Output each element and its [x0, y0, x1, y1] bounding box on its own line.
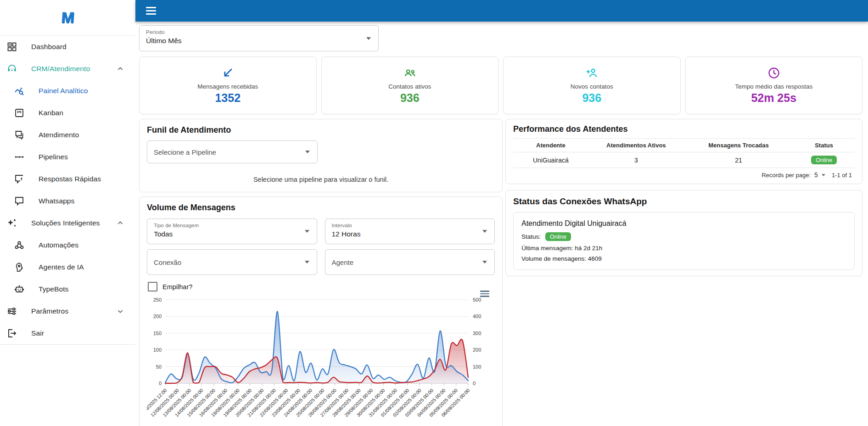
sidebar-item-kanban[interactable]: Kanban [0, 102, 135, 124]
svg-text:200: 200 [153, 314, 162, 319]
period-select[interactable]: Período Último Mês [139, 25, 379, 51]
tipo-mensagem-select[interactable]: Tipo de Mensagem Todas [147, 219, 317, 244]
sidebar-item-label: Pipelines [39, 153, 68, 161]
sidebar-item-label: Soluções Inteligentes [31, 219, 100, 227]
volume-chart: 050100150200250010020030040050011/08/202… [147, 292, 495, 426]
analytics-search-icon [14, 85, 25, 96]
sidebar-item-label: Whatsapps [39, 197, 74, 205]
records-per-page-value[interactable]: 5 [814, 171, 818, 179]
performance-table: Atendente Atendimentos Ativos Mensagens … [513, 138, 855, 168]
svg-text:200: 200 [473, 347, 481, 353]
sidebar-item-automacoes[interactable]: Automações [0, 234, 135, 256]
sidebar-item-atendimento[interactable]: Atendimento [0, 124, 135, 146]
sidebar-item-label: Dashboard [31, 43, 67, 51]
dashboard-icon [6, 41, 17, 52]
filter-value: 12 Horas [332, 230, 488, 238]
dashboard-columns: Funil de Atendimento Selecione a Pipelin… [139, 119, 862, 426]
content: Período Último Mês Mensagens recebidas 1… [135, 22, 868, 426]
stat-label: Tempo médio das respostas [735, 83, 812, 90]
stat-label: Novos contatos [571, 83, 613, 90]
quick-reply-icon [14, 174, 25, 185]
logout-icon [6, 328, 17, 339]
table-row[interactable]: UniGuairacá 3 21 Online [513, 152, 855, 168]
chevron-down-icon [305, 261, 309, 263]
sidebar-item-pipelines[interactable]: Pipelines [0, 146, 135, 168]
chevron-down-icon[interactable] [822, 174, 825, 176]
column-header: Atendimentos Ativos [588, 139, 684, 152]
headset-icon [6, 63, 17, 74]
sidebar-item-respostas-rapidas[interactable]: Respostas Rápidas [0, 168, 135, 190]
topbar [135, 0, 868, 22]
sidebar-item-typebots[interactable]: TypeBots [0, 278, 135, 300]
pipeline-select[interactable]: Selecione a Pipeline [147, 140, 318, 163]
stat-value: 1352 [215, 91, 241, 105]
chevron-down-icon [366, 37, 371, 40]
sidebar-nav: Dashboard CRM/Atendimento Painel Analíti… [0, 36, 135, 345]
cell-status: Online [793, 152, 855, 168]
stat-value: 52m 25s [751, 91, 796, 105]
panel-title: Performance dos Atendentes [513, 124, 855, 134]
chart-context-menu-icon[interactable] [480, 291, 489, 297]
sidebar-item-painel-analitico[interactable]: Painel Analítico [0, 80, 135, 102]
pagination-range: 1-1 of 1 [832, 172, 852, 179]
svg-text:50: 50 [156, 364, 162, 370]
filter-placeholder: Agente [332, 258, 354, 266]
stat-label: Contatos ativos [388, 83, 431, 90]
forum-icon [14, 129, 25, 140]
status-badge: Online [811, 156, 837, 164]
filter-label: Tipo de Mensagem [154, 223, 310, 229]
chevron-up-icon[interactable] [115, 218, 125, 228]
robot-icon [14, 284, 25, 295]
sidebar-item-label: Atendimento [39, 131, 79, 139]
sidebar-item-label: Kanban [39, 109, 63, 117]
stat-card-mensagens-recebidas: Mensagens recebidas 1352 [139, 56, 317, 114]
main-area: Período Último Mês Mensagens recebidas 1… [135, 0, 868, 426]
conexao-select[interactable]: Conexão [147, 249, 317, 275]
kanban-icon [14, 107, 25, 118]
status-label: Status: [521, 233, 541, 240]
stat-card-contatos-ativos: Contatos ativos 936 [321, 56, 499, 114]
cell-ativos: 3 [588, 152, 684, 168]
panel-title: Status das Conexões WhatsApp [513, 196, 855, 207]
performance-panel: Performance dos Atendentes Atendente Ate… [505, 119, 862, 184]
sidebar-item-label: Automações [39, 241, 78, 249]
sidebar-item-parametros[interactable]: Parâmetros [0, 300, 135, 322]
sparkles-icon [6, 218, 17, 229]
stat-card-novos-contatos: Novos contatos 936 [503, 56, 681, 114]
filter-placeholder: Conexão [154, 258, 181, 266]
connection-volume: Volume de mensagens: 4609 [521, 255, 846, 262]
sidebar-item-solucoes-inteligentes[interactable]: Soluções Inteligentes [0, 212, 135, 234]
stat-value: 936 [582, 91, 601, 105]
sidebar-item-agentes-de-ia[interactable]: Agentes de IA [0, 256, 135, 278]
svg-text:0: 0 [473, 381, 476, 386]
chevron-up-icon[interactable] [115, 64, 125, 74]
sidebar-item-label: Agentes de IA [39, 263, 84, 271]
stat-card-tempo-medio: Tempo médio das respostas 52m 25s [685, 56, 863, 114]
menu-hamburger-icon[interactable] [143, 4, 159, 18]
stat-cards: Mensagens recebidas 1352 Contatos ativos… [139, 56, 862, 114]
svg-text:400: 400 [473, 314, 481, 319]
svg-text:500: 500 [473, 297, 481, 303]
sidebar-divider [0, 344, 135, 345]
svg-text:250: 250 [153, 297, 162, 303]
sidebar-item-dashboard[interactable]: Dashboard [0, 36, 135, 58]
stack-checkbox-row: Empilhar? [148, 282, 495, 291]
sidebar-item-label: Sair [31, 329, 44, 337]
chevron-down-icon[interactable] [115, 306, 125, 316]
sidebar-item-label: CRM/Atendimento [31, 65, 90, 73]
sidebar-item-sair[interactable]: Sair [0, 322, 135, 344]
chat-bubble-icon [14, 196, 25, 207]
sidebar-item-whatsapps[interactable]: Whatsapps [0, 190, 135, 212]
chevron-down-icon [482, 230, 487, 233]
agente-select[interactable]: Agente [325, 249, 495, 275]
clock-icon [767, 66, 781, 80]
app-root: M Dashboard CRM/Atendimento Painel Analí… [0, 0, 868, 426]
intervalo-select[interactable]: Intervalo 12 Horas [325, 219, 495, 244]
sidebar-item-crm-atendimento[interactable]: CRM/Atendimento [0, 58, 135, 80]
stat-label: Mensagens recebidas [197, 83, 258, 90]
sidebar-item-label: Painel Analítico [39, 87, 88, 95]
area-chart: 050100150200250010020030040050011/08/202… [147, 292, 495, 426]
svg-text:100: 100 [153, 347, 162, 353]
ai-head-gear-icon [14, 262, 25, 273]
stack-checkbox[interactable] [148, 282, 157, 291]
